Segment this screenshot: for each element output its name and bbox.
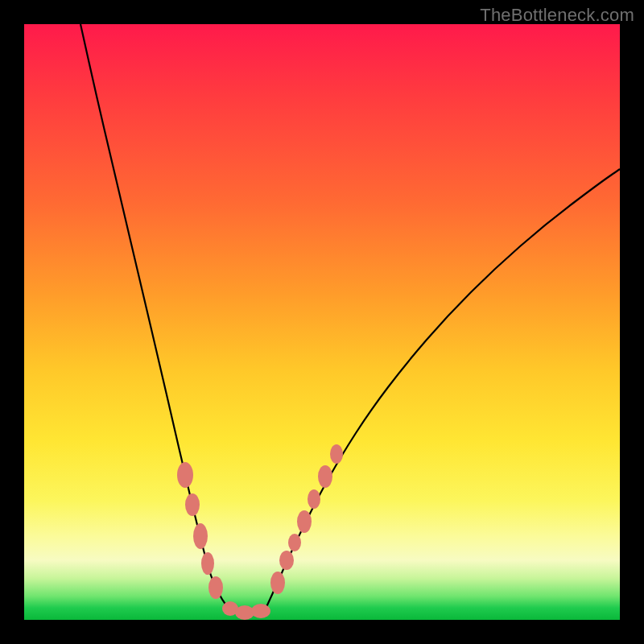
outer-frame: TheBottleneck.com: [0, 0, 644, 644]
bead-right-6: [330, 444, 343, 464]
bead-right-0: [270, 572, 285, 594]
bead-right-4: [308, 489, 320, 509]
curve-layer: [24, 24, 620, 620]
bead-right-2: [288, 534, 301, 551]
bead-right-3: [297, 510, 312, 533]
bead-left-2: [193, 523, 208, 549]
bead-left-1: [185, 493, 200, 516]
bead-left-0: [177, 462, 193, 488]
left-curve: [80, 24, 229, 609]
bead-group: [177, 444, 343, 620]
bead-right-5: [318, 465, 332, 488]
plot-area: [24, 24, 620, 620]
bead-bottom-2: [251, 604, 270, 618]
bead-left-4: [208, 576, 223, 599]
bead-right-1: [279, 551, 294, 570]
watermark-text: TheBottleneck.com: [480, 5, 634, 26]
right-curve: [266, 169, 620, 609]
bead-left-3: [201, 552, 214, 575]
